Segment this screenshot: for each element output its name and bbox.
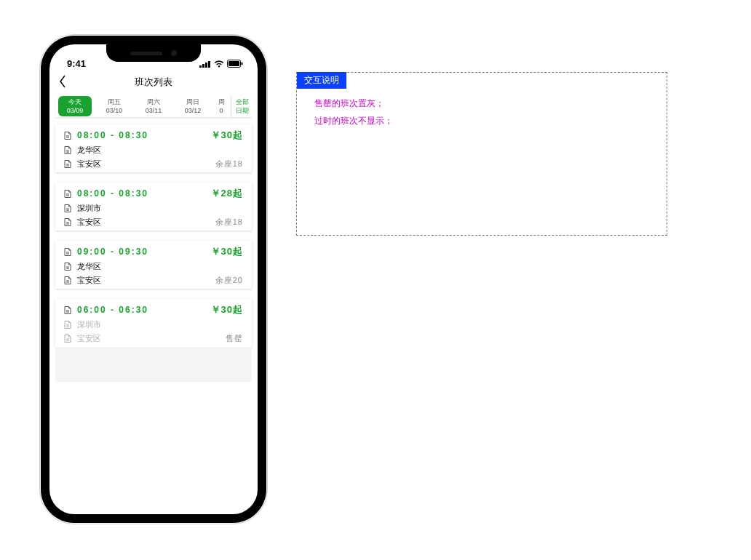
- all-dates-label-2: 日期: [236, 106, 249, 115]
- date-selector: 今天 03/09 周五 03/10 周六 03/11 周日 03/12 周: [55, 95, 252, 117]
- document-icon: [64, 248, 71, 256]
- schedule-time: 06:00 - 06:30: [77, 305, 211, 315]
- document-icon: [64, 276, 71, 284]
- svg-rect-0: [199, 65, 202, 68]
- annotation-header: 交互说明: [297, 72, 346, 89]
- date-chip-label: 今天: [58, 97, 92, 106]
- chevron-left-icon: [58, 74, 67, 89]
- date-chip-date: 03/12: [176, 106, 210, 115]
- schedule-card[interactable]: 08:00 - 08:30 ￥30起 龙华区 宝安区 余座18: [55, 124, 252, 172]
- document-icon: [64, 204, 71, 212]
- all-dates-label-1: 全部: [236, 97, 249, 106]
- document-icon: [64, 218, 71, 226]
- schedule-price: ￥28起: [211, 187, 243, 200]
- schedule-time: 09:00 - 09:30: [77, 247, 211, 257]
- svg-rect-5: [229, 61, 239, 66]
- document-icon: [64, 160, 71, 168]
- date-chip-label: 周日: [176, 97, 210, 106]
- date-chip-date: 03/10: [98, 106, 131, 115]
- schedule-card[interactable]: 09:00 - 09:30 ￥30起 龙华区 宝安区 余座20: [55, 241, 252, 289]
- schedule-seats: 余座20: [215, 275, 243, 286]
- date-chip[interactable]: 周日 03/12: [176, 96, 210, 116]
- wifi-icon: [214, 60, 224, 68]
- schedule-seats: 售罄: [226, 333, 243, 344]
- date-chip-today[interactable]: 今天 03/09: [58, 96, 92, 116]
- svg-rect-6: [242, 63, 243, 65]
- list-background: [55, 347, 252, 382]
- schedule-seats: 余座18: [215, 159, 243, 169]
- annotation-panel: 交互说明 售罄的班次置灰； 过时的班次不显示；: [296, 72, 667, 236]
- status-indicators: [199, 60, 243, 69]
- annotation-body: 售罄的班次置灰； 过时的班次不显示；: [297, 73, 667, 151]
- date-chip[interactable]: 周五 03/10: [98, 96, 131, 116]
- svg-rect-3: [208, 61, 210, 68]
- schedule-time: 08:00 - 08:30: [77, 188, 211, 199]
- document-icon: [64, 132, 71, 140]
- date-chip[interactable]: 周 0: [215, 96, 227, 116]
- schedule-price: ￥30起: [211, 245, 243, 258]
- schedule-seats: 余座18: [215, 217, 243, 228]
- page-title: 班次列表: [49, 76, 258, 89]
- all-dates-button[interactable]: 全部 日期: [231, 95, 252, 117]
- schedule-time: 08:00 - 08:30: [77, 130, 211, 140]
- battery-icon: [227, 60, 243, 68]
- schedule-price: ￥30起: [211, 129, 243, 142]
- document-icon: [64, 321, 71, 329]
- date-chip-label: 周: [215, 97, 227, 106]
- date-chip[interactable]: 周六 03/11: [137, 96, 170, 116]
- date-chip-date: 0: [215, 106, 227, 115]
- schedule-price: ￥30起: [211, 303, 243, 316]
- svg-rect-1: [202, 64, 204, 68]
- schedule-destination: 宝安区: [77, 275, 215, 286]
- phone-screen: 9:41 班次列表 今天 03/09: [49, 44, 258, 514]
- signal-icon: [199, 60, 211, 68]
- schedule-destination: 宝安区: [77, 217, 215, 228]
- schedule-origin: 深圳市: [77, 203, 243, 214]
- annotation-line: 售罄的班次置灰；: [314, 95, 649, 112]
- document-icon: [64, 146, 71, 154]
- document-icon: [64, 306, 71, 314]
- schedule-card-soldout[interactable]: 06:00 - 06:30 ￥30起 深圳市 宝安区 售罄: [55, 299, 252, 347]
- document-icon: [64, 190, 71, 198]
- schedule-destination: 宝安区: [77, 333, 226, 344]
- schedule-origin: 龙华区: [77, 261, 243, 272]
- schedule-origin: 深圳市: [77, 319, 243, 330]
- document-icon: [64, 335, 71, 343]
- phone-frame: 9:41 班次列表 今天 03/09: [41, 36, 266, 523]
- svg-rect-2: [205, 63, 207, 68]
- date-chip-date: 03/09: [58, 106, 92, 115]
- schedule-card[interactable]: 08:00 - 08:30 ￥28起 深圳市 宝安区 余座18: [55, 183, 252, 231]
- phone-notch: [106, 44, 201, 62]
- annotation-line: 过时的班次不显示；: [314, 112, 649, 129]
- document-icon: [64, 263, 71, 271]
- schedule-destination: 宝安区: [77, 159, 215, 169]
- date-chip-date: 03/11: [137, 106, 170, 115]
- schedule-list: 08:00 - 08:30 ￥30起 龙华区 宝安区 余座18: [55, 124, 252, 347]
- schedule-origin: 龙华区: [77, 145, 243, 156]
- back-button[interactable]: [58, 74, 67, 91]
- date-chip-label: 周六: [137, 97, 170, 106]
- status-time: 9:41: [67, 58, 86, 69]
- date-chip-label: 周五: [98, 97, 131, 106]
- nav-bar: 班次列表: [49, 72, 258, 92]
